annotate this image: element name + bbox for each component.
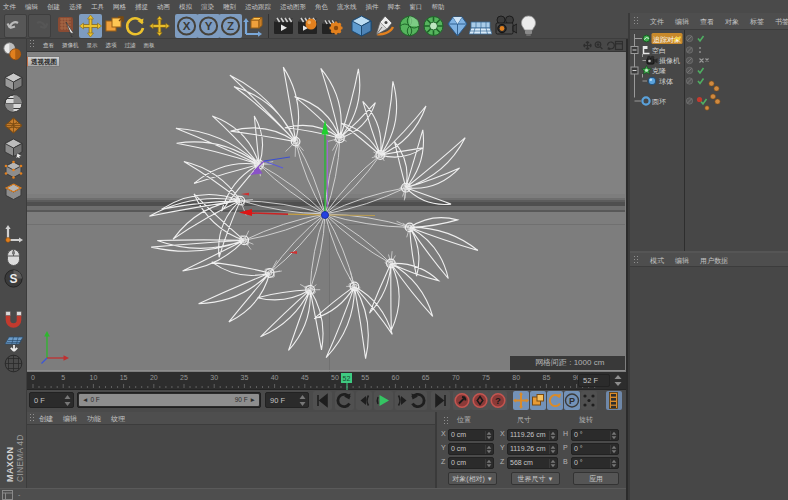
svg-text:S: S — [9, 272, 17, 286]
svg-text:85: 85 — [543, 374, 551, 381]
svg-text:80: 80 — [512, 374, 520, 381]
svg-text:52: 52 — [343, 375, 351, 382]
svg-text:75: 75 — [482, 374, 490, 381]
svg-text:?: ? — [495, 395, 501, 406]
svg-text:35: 35 — [241, 374, 249, 381]
svg-text:55: 55 — [361, 374, 369, 381]
svg-text:摄像机: 摄像机 — [659, 57, 680, 65]
svg-text:10: 10 — [90, 374, 98, 381]
svg-text:20: 20 — [150, 374, 158, 381]
svg-text:70: 70 — [452, 374, 460, 381]
svg-text:克隆: 克隆 — [652, 67, 666, 75]
svg-text:Y: Y — [205, 20, 213, 32]
svg-text:球体: 球体 — [659, 78, 673, 86]
svg-text:P: P — [569, 396, 575, 406]
svg-text:15: 15 — [120, 374, 128, 381]
svg-text:5: 5 — [61, 374, 65, 381]
svg-text:Z: Z — [227, 20, 234, 32]
svg-text:空白: 空白 — [652, 47, 666, 55]
svg-text:圆环: 圆环 — [652, 98, 666, 106]
svg-text:追踪对象: 追踪对象 — [653, 36, 681, 43]
svg-text:60: 60 — [392, 374, 400, 381]
svg-text:25: 25 — [180, 374, 188, 381]
svg-text:45: 45 — [301, 374, 309, 381]
svg-text:65: 65 — [422, 374, 430, 381]
svg-text:30: 30 — [210, 374, 218, 381]
svg-text:X: X — [183, 20, 191, 32]
svg-text:40: 40 — [271, 374, 279, 381]
svg-text:50: 50 — [331, 374, 339, 381]
svg-text:0: 0 — [31, 374, 35, 381]
